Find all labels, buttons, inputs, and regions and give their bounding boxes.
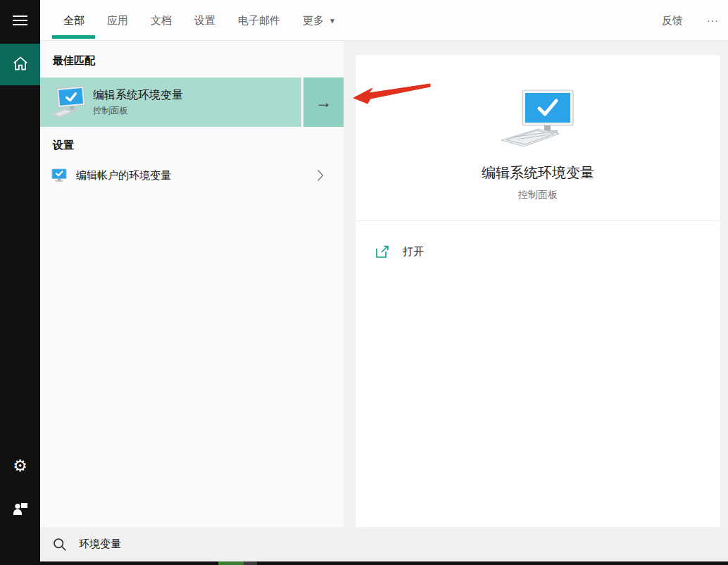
best-match-title: 编辑系统环境变量 — [93, 88, 183, 102]
monitor-check-icon — [49, 85, 86, 119]
best-match-header: 最佳匹配 — [53, 54, 95, 68]
detail-divider — [356, 221, 720, 221]
best-match-result[interactable]: 编辑系统环境变量 控制面板 — [40, 77, 301, 127]
search-input[interactable] — [79, 538, 642, 550]
detail-title: 编辑系统环境变量 — [356, 163, 720, 182]
expand-result-button[interactable]: → — [303, 77, 344, 127]
best-match-subtitle: 控制面板 — [93, 105, 183, 117]
arrow-right-icon: → — [315, 92, 332, 112]
gear-icon: ⚙ — [13, 458, 27, 474]
settings-result-label: 编辑帐户的环境变量 — [76, 169, 171, 182]
tabs: 全部 应用 文档 设置 电子邮件 更多 ▼ — [63, 0, 336, 41]
open-action[interactable]: 打开 — [356, 237, 720, 266]
monitor-check-large-icon — [498, 89, 577, 148]
feedback-button[interactable]: 反馈 — [662, 0, 683, 41]
caret-down-icon: ▼ — [329, 17, 336, 25]
chevron-right-icon — [317, 169, 324, 185]
taskbar-gray-segment — [244, 561, 257, 565]
sidebar-item-feedback-user[interactable] — [0, 493, 40, 527]
detail-subtitle: 控制面板 — [356, 189, 720, 201]
detail-header: 编辑系统环境变量 控制面板 — [356, 55, 720, 201]
tab-apps[interactable]: 应用 — [107, 0, 128, 41]
home-icon — [11, 54, 30, 75]
overflow-menu-icon[interactable]: ··· — [707, 0, 719, 41]
hamburger-menu-icon[interactable] — [0, 0, 40, 40]
open-action-label: 打开 — [403, 245, 424, 259]
tab-all[interactable]: 全部 — [63, 0, 84, 41]
tab-settings[interactable]: 设置 — [194, 0, 215, 41]
sidebar-item-settings[interactable]: ⚙ — [0, 449, 40, 483]
detail-panel: 编辑系统环境变量 控制面板 打开 — [356, 55, 720, 527]
taskbar-edge[interactable] — [0, 561, 728, 565]
windows-search-flyout: ⚙ 全部 应用 文档 设置 电子邮件 更多 ▼ 反馈 ··· — [0, 0, 728, 565]
settings-section-header: 设置 — [53, 139, 74, 152]
sidebar: ⚙ — [0, 0, 40, 565]
detail-zone: 编辑系统环境变量 控制面板 打开 — [356, 41, 728, 527]
tab-more[interactable]: 更多 ▼ — [303, 0, 336, 41]
open-external-icon — [375, 244, 390, 259]
search-filter-tabbar: 全部 应用 文档 设置 电子邮件 更多 ▼ 反馈 ··· — [40, 0, 728, 41]
tab-email[interactable]: 电子邮件 — [238, 0, 280, 41]
best-match-row: 编辑系统环境变量 控制面板 → — [40, 77, 344, 127]
person-feedback-icon — [13, 502, 28, 519]
search-bar — [40, 527, 728, 561]
results-panel: 最佳匹配 — [40, 41, 344, 527]
taskbar-green-segment — [218, 561, 244, 565]
search-icon — [53, 538, 67, 552]
settings-result-item[interactable]: 编辑帐户的环境变量 — [40, 159, 344, 192]
sidebar-item-home[interactable] — [0, 44, 40, 85]
monitor-check-small-icon — [51, 168, 67, 182]
panel-divider-gap — [344, 41, 356, 527]
tab-documents[interactable]: 文档 — [151, 0, 172, 41]
